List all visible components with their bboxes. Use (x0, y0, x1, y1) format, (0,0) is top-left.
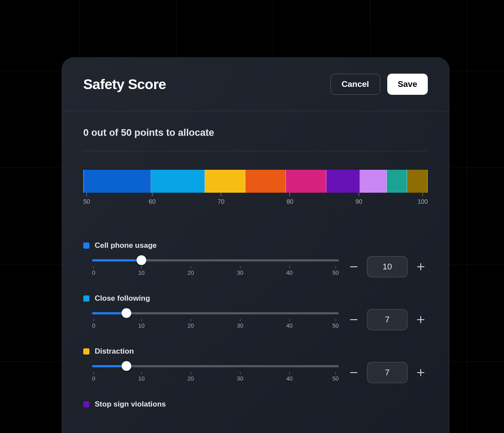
decrement-button[interactable] (347, 366, 361, 380)
scale-tick: 50 (83, 193, 90, 205)
category-header: Cell phone usage (83, 241, 428, 250)
slider-tick: 20 (188, 266, 194, 276)
color-bar-segment (245, 170, 286, 193)
category-controls: 010203040507 (83, 362, 428, 383)
category-label: Close following (95, 294, 150, 303)
slider-tick-label: 40 (286, 322, 293, 329)
slider-tick-label: 10 (138, 375, 145, 382)
safety-score-panel: Safety Score Cancel Save 0 out of 50 poi… (62, 57, 449, 433)
slider-tick-label: 30 (237, 322, 243, 329)
category-label: Distraction (95, 347, 134, 356)
cancel-button[interactable]: Cancel (330, 74, 380, 95)
allocation-color-bar: 5060708090100 (83, 170, 428, 206)
points-slider[interactable]: 01020304050 (92, 259, 339, 275)
slider-thumb[interactable] (122, 361, 131, 371)
slider-tick: 0 (92, 319, 95, 329)
slider-tick: 40 (286, 266, 293, 276)
color-bar-segment (387, 170, 407, 193)
slider-tick: 30 (237, 372, 243, 382)
category-swatch (83, 401, 89, 407)
panel-header: Safety Score Cancel Save (62, 58, 449, 111)
slider-ticks: 01020304050 (92, 266, 339, 275)
slider-tick-label: 30 (237, 375, 243, 382)
color-bar-segment (326, 170, 360, 193)
panel-body: 0 out of 50 points to allocate 506070809… (62, 111, 449, 409)
decrement-button[interactable] (347, 260, 361, 274)
color-bar-segment (286, 170, 326, 193)
category-header: Distraction (83, 347, 428, 356)
slider-tick-label: 50 (333, 375, 339, 382)
slider-tick-label: 20 (188, 269, 194, 276)
points-value[interactable]: 7 (367, 309, 408, 330)
slider-thumb[interactable] (137, 255, 146, 265)
slider-tick: 10 (138, 319, 145, 329)
slider-tick: 40 (286, 372, 293, 382)
slider-tick-label: 20 (188, 375, 194, 382)
slider-tick-label: 0 (92, 375, 95, 382)
slider-tick: 40 (286, 319, 293, 329)
slider-ticks: 01020304050 (92, 372, 339, 381)
slider-tick: 50 (333, 319, 339, 329)
plus-icon (416, 315, 426, 325)
quantity-stepper: 7 (347, 309, 428, 330)
category-label: Stop sign violations (95, 400, 166, 409)
color-bar-segment (205, 170, 245, 193)
scale-tick: 90 (356, 193, 363, 205)
scale-tick-label: 70 (218, 198, 225, 205)
category-controls: 010203040507 (83, 309, 428, 330)
slider-tick-label: 10 (138, 269, 145, 276)
slider-track (92, 312, 339, 314)
scale-tick-label: 50 (83, 198, 90, 205)
color-bar-scale: 5060708090100 (83, 193, 428, 206)
slider-tick-label: 10 (138, 322, 145, 329)
color-bar-segment (360, 170, 387, 193)
slider-tick: 10 (138, 266, 145, 276)
slider-tick-label: 20 (188, 322, 194, 329)
category-row: Stop sign violations (83, 400, 428, 409)
increment-button[interactable] (414, 313, 428, 327)
plus-icon (416, 368, 426, 377)
plus-icon (416, 262, 426, 272)
slider-track (92, 259, 339, 261)
save-button[interactable]: Save (387, 74, 428, 95)
minus-icon (349, 368, 359, 377)
increment-button[interactable] (414, 260, 428, 274)
category-row: Distraction010203040507 (83, 347, 428, 383)
slider-tick: 20 (188, 319, 194, 329)
slider-tick-label: 40 (286, 269, 293, 276)
slider-tick: 0 (92, 266, 95, 276)
slider-tick-label: 40 (286, 375, 293, 382)
slider-tick: 0 (92, 372, 95, 382)
increment-button[interactable] (414, 366, 428, 380)
scale-tick: 60 (149, 193, 156, 205)
scale-tick-label: 60 (149, 198, 156, 205)
category-header: Close following (83, 294, 428, 303)
minus-icon (349, 262, 359, 272)
color-bar-segment (84, 170, 151, 193)
slider-thumb[interactable] (122, 308, 131, 318)
slider-tick-label: 30 (237, 269, 243, 276)
slider-tick: 30 (237, 319, 243, 329)
allocation-summary: 0 out of 50 points to allocate (83, 127, 428, 138)
points-slider[interactable]: 01020304050 (92, 365, 339, 381)
category-swatch (83, 295, 89, 302)
slider-fill (92, 259, 141, 261)
decrement-button[interactable] (347, 313, 361, 327)
slider-tick-label: 50 (333, 269, 339, 276)
page-title: Safety Score (83, 76, 166, 93)
points-value[interactable]: 7 (367, 362, 408, 383)
header-actions: Cancel Save (330, 74, 428, 95)
category-swatch (83, 243, 89, 249)
points-slider[interactable]: 01020304050 (92, 312, 339, 328)
slider-tick: 50 (333, 372, 339, 382)
category-controls: 0102030405010 (83, 256, 428, 277)
slider-tick-label: 0 (92, 322, 95, 329)
quantity-stepper: 7 (347, 362, 428, 383)
slider-tick: 50 (333, 266, 339, 276)
categories-list: Cell phone usage0102030405010Close follo… (83, 241, 428, 409)
category-swatch (83, 348, 89, 355)
color-bar-segment (151, 170, 205, 193)
category-header: Stop sign violations (83, 400, 428, 409)
points-value[interactable]: 10 (367, 256, 408, 277)
color-bar-segment (407, 170, 427, 193)
